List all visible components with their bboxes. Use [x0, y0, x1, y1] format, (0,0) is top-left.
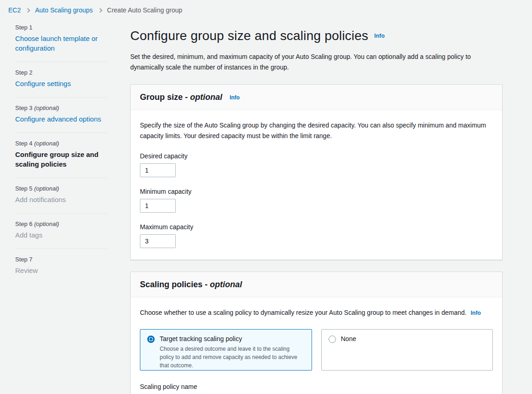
breadcrumb-current-page: Create Auto Scaling group [107, 6, 182, 14]
sidebar-step-7-title: Review [15, 266, 107, 275]
desired-capacity-input[interactable] [140, 163, 176, 177]
step-optional-label: (optional) [34, 185, 59, 192]
scaling-policies-panel: Scaling policies - optional Choose wheth… [130, 272, 503, 394]
scaling-policies-panel-header: Scaling policies - optional [131, 272, 502, 297]
scaling-policies-panel-title: Scaling policies - optional [140, 280, 242, 289]
breadcrumb-link-auto-scaling-groups[interactable]: Auto Scaling groups [35, 6, 93, 14]
sidebar-step-1-link[interactable]: Choose launch template or configuration [15, 34, 107, 53]
sidebar-step-5: Step 5 (optional) Add notifications [15, 178, 107, 214]
breadcrumb-link-ec2[interactable]: EC2 [8, 6, 21, 14]
scaling-policy-name-label: Scaling policy name [140, 383, 493, 390]
step-optional-label: (optional) [34, 104, 59, 111]
step-number-label: Step 6 (optional) [15, 220, 107, 227]
step-number-label: Step 1 [15, 24, 107, 31]
sidebar-step-3: Step 3 (optional) Configure advanced opt… [15, 98, 107, 133]
group-size-info-link[interactable]: Info [230, 94, 240, 101]
step-number-label: Step 4 (optional) [15, 140, 107, 147]
breadcrumb: EC2 Auto Scaling groups Create Auto Scal… [0, 0, 532, 14]
option-none-label: None [341, 335, 356, 342]
page-title: Configure group size and scaling policie… [130, 29, 503, 43]
sidebar-step-4: Step 4 (optional) Configure group size a… [15, 133, 107, 178]
radio-selected-icon[interactable] [147, 336, 155, 343]
scaling-policies-description: Choose whether to use a scaling policy t… [140, 307, 493, 318]
group-size-panel: Group size - optional Info Specify the s… [130, 84, 503, 260]
wizard-steps-sidebar: Step 1 Choose launch template or configu… [0, 23, 130, 394]
step-number-label: Step 7 [15, 256, 107, 263]
chevron-right-icon [98, 8, 102, 12]
desired-capacity-label: Desired capacity [140, 152, 493, 160]
minimum-capacity-field: Minimum capacity [140, 188, 493, 213]
page-description: Set the desired, minimum, and maximum ca… [130, 52, 484, 73]
scaling-policies-panel-body: Choose whether to use a scaling policy t… [131, 297, 502, 394]
sidebar-step-6-title: Add tags [15, 230, 107, 240]
maximum-capacity-field: Maximum capacity [140, 223, 493, 248]
sidebar-step-7: Step 7 Review [15, 249, 107, 284]
sidebar-step-5-title: Add notifications [15, 195, 107, 204]
option-none[interactable]: None [321, 329, 493, 371]
page-title-info-link[interactable]: Info [374, 33, 385, 39]
step-number-label: Step 3 (optional) [15, 104, 107, 111]
scaling-policy-options: Target tracking scaling policy Choose a … [140, 329, 493, 371]
sidebar-step-4-current: Configure group size and scaling policie… [15, 150, 107, 169]
sidebar-step-2-link[interactable]: Configure settings [15, 79, 107, 88]
option-target-tracking-policy[interactable]: Target tracking scaling policy Choose a … [140, 329, 312, 371]
group-size-panel-body: Specify the size of the Auto Scaling gro… [131, 110, 502, 260]
sidebar-step-3-link[interactable]: Configure advanced options [15, 114, 107, 124]
group-size-panel-title: Group size - optional [140, 93, 222, 102]
sidebar-step-2: Step 2 Configure settings [15, 62, 107, 98]
maximum-capacity-label: Maximum capacity [140, 223, 493, 231]
chevron-right-icon [26, 8, 30, 12]
scaling-policy-name-field: Scaling policy name [140, 383, 493, 394]
option-target-tracking-description: Choose a desired outcome and leave it to… [160, 345, 305, 370]
group-size-description: Specify the size of the Auto Scaling gro… [140, 120, 493, 141]
option-target-tracking-label: Target tracking scaling policy [160, 335, 305, 342]
desired-capacity-field: Desired capacity [140, 152, 493, 177]
option-content: None [341, 335, 356, 342]
main-content: Configure group size and scaling policie… [130, 23, 503, 394]
scaling-policies-info-link[interactable]: Info [471, 310, 481, 316]
radio-unselected-icon[interactable] [329, 336, 336, 343]
minimum-capacity-input[interactable] [140, 199, 176, 213]
option-content: Target tracking scaling policy Choose a … [160, 335, 305, 370]
step-optional-label: (optional) [34, 140, 59, 147]
step-number-label: Step 2 [15, 69, 107, 76]
minimum-capacity-label: Minimum capacity [140, 188, 493, 195]
maximum-capacity-input[interactable] [140, 234, 176, 248]
group-size-panel-header: Group size - optional Info [131, 85, 502, 110]
page-layout: Step 1 Choose launch template or configu… [0, 23, 532, 394]
step-optional-label: (optional) [34, 220, 59, 227]
step-number-label: Step 5 (optional) [15, 185, 107, 192]
sidebar-step-6: Step 6 (optional) Add tags [15, 214, 107, 249]
sidebar-step-1: Step 1 Choose launch template or configu… [15, 23, 107, 62]
